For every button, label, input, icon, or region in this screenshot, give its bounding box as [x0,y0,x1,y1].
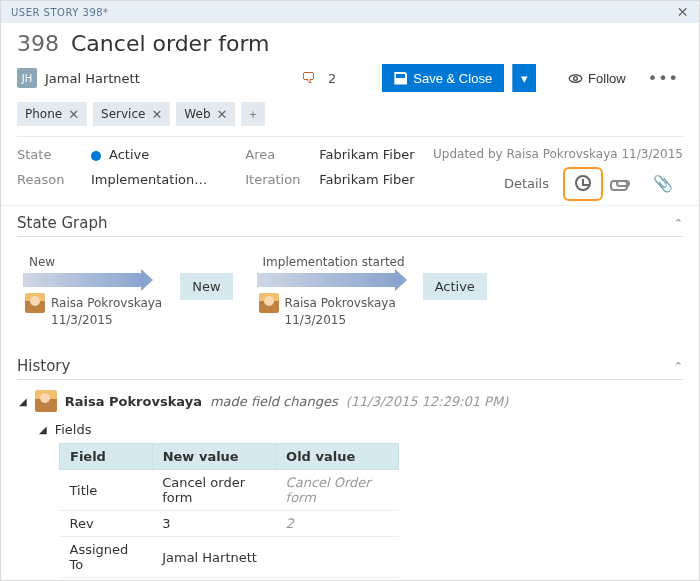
transition-author: Raisa Pokrovskaya [285,296,396,310]
transition-author: Raisa Pokrovskaya [51,296,162,310]
tag-remove-icon[interactable]: ✕ [217,107,228,122]
avatar [259,293,279,313]
link-icon [616,180,630,187]
save-icon [394,72,407,85]
tag-web[interactable]: Web✕ [176,102,235,126]
collapse-icon[interactable]: ⌃ [674,217,683,230]
col-old-value: Old value [276,444,399,470]
work-item-id: 398 [17,31,59,56]
tag-remove-icon[interactable]: ✕ [151,107,162,122]
state-value[interactable]: Active [91,147,149,162]
cell-field: Assigned To [60,537,153,578]
assigned-to-name[interactable]: Jamal Hartnett [45,71,140,86]
col-new-value: New value [152,444,275,470]
fields-subsection[interactable]: ◢ Fields [17,418,683,443]
tab-links[interactable] [603,167,643,201]
history-section-header[interactable]: History ⌃ [17,351,683,380]
cell-new-value: 3 [152,511,275,537]
tag-label: Service [101,107,145,121]
area-label: Area [245,147,305,162]
history-timestamp: (11/3/2015 12:29:01 PM) [346,394,509,409]
avatar [25,293,45,313]
cell-new-value: Jamal Hartnett [152,537,275,578]
section-title: History [17,357,70,375]
work-item-title[interactable]: Cancel order form [71,31,269,56]
history-action: made field changes [210,394,338,409]
transition-arrow-icon [257,273,397,287]
subsection-title: Fields [55,422,92,437]
field-changes-table: Field New value Old value Title Cancel o… [59,443,399,578]
tab-details[interactable]: Details [490,167,563,201]
avatar [35,390,57,412]
transition-date: 11/3/2015 [285,313,405,327]
state-graph-header[interactable]: State Graph ⌃ [17,208,683,237]
title-row: 398 Cancel order form [1,23,699,62]
table-row: Title Cancel order form Cancel Order for… [60,470,399,511]
more-actions-icon[interactable]: ••• [644,69,683,88]
tag-service[interactable]: Service✕ [93,102,170,126]
updated-note: Updated by Raisa Pokrovskaya 11/3/2015 D… [433,147,683,201]
state-node-new: New [180,273,232,300]
tags-row: Phone✕ Service✕ Web✕ ＋ [1,102,699,136]
tag-label: Phone [25,107,62,121]
history-panel: State Graph ⌃ New Raisa Pokrovskaya 11/3… [1,205,699,581]
history-author: Raisa Pokrovskaya [65,394,202,409]
state-dot-icon [91,151,101,161]
tag-phone[interactable]: Phone✕ [17,102,87,126]
tag-remove-icon[interactable]: ✕ [68,107,79,122]
table-header-row: Field New value Old value [60,444,399,470]
table-row: Rev 3 2 [60,511,399,537]
collapse-icon[interactable]: ⌃ [674,360,683,373]
attachment-icon: 📎 [653,174,673,193]
assigned-avatar: JH [17,68,37,88]
work-item-type-label: USER STORY 398* [11,7,109,18]
tab-attachments[interactable]: 📎 [643,167,683,201]
expand-icon[interactable]: ◢ [39,424,47,435]
close-icon[interactable]: ✕ [677,4,689,20]
eye-icon [568,71,583,86]
table-row: Assigned To Jamal Hartnett [60,537,399,578]
chevron-down-icon: ▾ [521,71,528,86]
history-entry[interactable]: ◢ Raisa Pokrovskaya made field changes (… [17,380,683,418]
cell-old-value: 2 [276,511,399,537]
tab-history[interactable] [563,167,603,201]
discussion-icon[interactable]: 🗨 [301,69,316,87]
add-tag-button[interactable]: ＋ [241,102,265,126]
area-value[interactable]: Fabrikam Fiber [319,147,414,162]
section-title: State Graph [17,214,107,232]
reason-value[interactable]: Implementation… [91,172,207,187]
fields-row: StateActive ReasonImplementation… AreaFa… [1,137,699,205]
cell-field: Rev [60,511,153,537]
cell-field: Title [60,470,153,511]
save-button-label: Save & Close [413,71,492,86]
follow-button[interactable]: Follow [558,64,636,92]
tag-label: Web [184,107,210,121]
transition-label: New [29,255,162,269]
iteration-label: Iteration [245,172,305,187]
iteration-value[interactable]: Fabrikam Fiber [319,172,414,187]
state-graph: New Raisa Pokrovskaya 11/3/2015 New Impl… [17,237,683,337]
cell-old-value: Cancel Order form [276,470,399,511]
cell-old-value [276,537,399,578]
meta-row: JH Jamal Hartnett 🗨 2 Save & Close ▾ Fol… [1,62,699,102]
transition-arrow-icon [23,273,143,287]
cell-new-value: Cancel order form [152,470,275,511]
svg-point-0 [569,74,582,82]
window-strip: USER STORY 398* ✕ [1,1,699,23]
reason-label: Reason [17,172,77,187]
transition-date: 11/3/2015 [51,313,162,327]
state-label: State [17,147,77,162]
expand-icon[interactable]: ◢ [19,396,27,407]
svg-point-1 [574,76,578,80]
transition-label: Implementation started [263,255,405,269]
state-node-active: Active [423,273,487,300]
col-field: Field [60,444,153,470]
history-icon [575,175,591,191]
save-dropdown-button[interactable]: ▾ [512,64,536,92]
discussion-count[interactable]: 2 [328,71,336,86]
save-and-close-button[interactable]: Save & Close [382,64,504,92]
follow-label: Follow [588,71,626,86]
